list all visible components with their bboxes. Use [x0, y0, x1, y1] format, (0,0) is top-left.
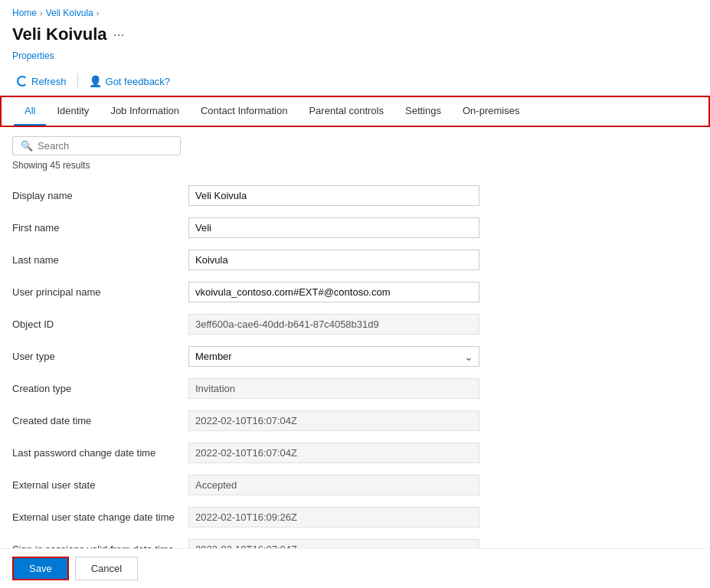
field-input-first-name[interactable] [188, 217, 479, 238]
breadcrumb-user[interactable]: Veli Koivula [46, 8, 93, 18]
field-value [188, 507, 479, 528]
field-row: Display name [12, 180, 548, 212]
field-row: Last name [12, 244, 548, 276]
save-button[interactable]: Save [12, 557, 69, 580]
feedback-button[interactable]: 👤 Got feedback? [84, 72, 175, 90]
field-label: External user state change date time [12, 511, 188, 523]
breadcrumb-home[interactable]: Home [12, 8, 37, 18]
tabs-container: AllIdentityJob InformationContact Inform… [0, 96, 710, 127]
field-label: External user state [12, 479, 188, 491]
page-subtitle: Properties [0, 51, 710, 67]
field-value[interactable] [188, 250, 479, 270]
field-label: Last name [12, 254, 188, 266]
field-row: Last password change date time [12, 437, 548, 469]
field-row: External user state [12, 469, 548, 501]
tab-contact-information[interactable]: Contact Information [190, 97, 298, 126]
field-value[interactable] [188, 185, 479, 206]
search-icon: 🔍 [21, 140, 33, 152]
field-value[interactable] [188, 282, 479, 302]
search-input[interactable] [38, 140, 172, 152]
tab-job-information[interactable]: Job Information [100, 97, 190, 126]
more-options-icon[interactable]: ··· [113, 27, 125, 43]
field-row: External user state change date time [12, 501, 548, 534]
field-label: Creation type [12, 383, 188, 394]
select-wrapper: MemberGuest [188, 346, 479, 367]
content-area: 🔍 Showing 45 results Display nameFirst n… [0, 127, 710, 588]
field-value[interactable] [188, 217, 479, 238]
toolbar: Refresh 👤 Got feedback? [0, 67, 710, 96]
field-input-display-name[interactable] [188, 185, 479, 206]
field-label: First name [12, 222, 188, 234]
field-row: Created date time [12, 405, 548, 437]
field-row: First name [12, 212, 548, 244]
results-count: Showing 45 results [12, 160, 698, 171]
field-value [188, 410, 479, 431]
toolbar-divider [77, 74, 78, 89]
breadcrumb-chevron2: › [97, 8, 100, 18]
footer-bar: Save Cancel [0, 548, 710, 588]
feedback-label: Got feedback? [106, 76, 171, 87]
field-label: Created date time [12, 415, 188, 426]
tab-on-premises[interactable]: On-premises [452, 97, 530, 126]
tab-all[interactable]: All [14, 97, 46, 126]
fields-table: Display nameFirst nameLast nameUser prin… [12, 180, 548, 588]
field-row: User principal name [12, 276, 548, 309]
field-label: User type [12, 351, 188, 362]
field-value [188, 314, 479, 335]
tab-identity[interactable]: Identity [46, 97, 100, 126]
field-readonly-external-user-state [188, 475, 479, 495]
field-row: User typeMemberGuest [12, 341, 548, 373]
search-box[interactable]: 🔍 [12, 136, 181, 155]
field-row: Object ID [12, 309, 548, 341]
user-type-select[interactable]: MemberGuest [188, 346, 479, 367]
page-header: Veli Koivula ··· [0, 21, 710, 51]
field-readonly-created-date-time [188, 410, 479, 431]
refresh-button[interactable]: Refresh [12, 73, 71, 90]
field-label: User principal name [12, 286, 188, 298]
field-label: Last password change date time [12, 447, 188, 459]
field-label: Object ID [12, 318, 188, 330]
field-input-user-principal-name[interactable] [188, 282, 479, 302]
field-value[interactable]: MemberGuest [188, 346, 479, 367]
feedback-icon: 👤 [89, 75, 102, 87]
field-readonly-last-password-change-date-time [188, 443, 479, 463]
breadcrumb-chevron1: › [40, 8, 43, 18]
tab-parental-controls[interactable]: Parental controls [298, 97, 394, 126]
field-input-last-name[interactable] [188, 250, 479, 270]
refresh-icon [17, 76, 28, 87]
field-value [188, 443, 479, 463]
cancel-button[interactable]: Cancel [75, 557, 138, 580]
field-readonly-creation-type [188, 378, 479, 399]
field-label: Display name [12, 190, 188, 201]
field-readonly-external-user-state-change-date-time [188, 507, 479, 528]
refresh-label: Refresh [31, 76, 67, 87]
field-value [188, 475, 479, 495]
breadcrumb: Home › Veli Koivula › [0, 0, 710, 21]
field-readonly-object-id [188, 314, 479, 335]
field-value [188, 378, 479, 399]
page-title: Veli Koivula [12, 24, 107, 44]
field-row: Creation type [12, 373, 548, 405]
tab-settings[interactable]: Settings [394, 97, 452, 126]
